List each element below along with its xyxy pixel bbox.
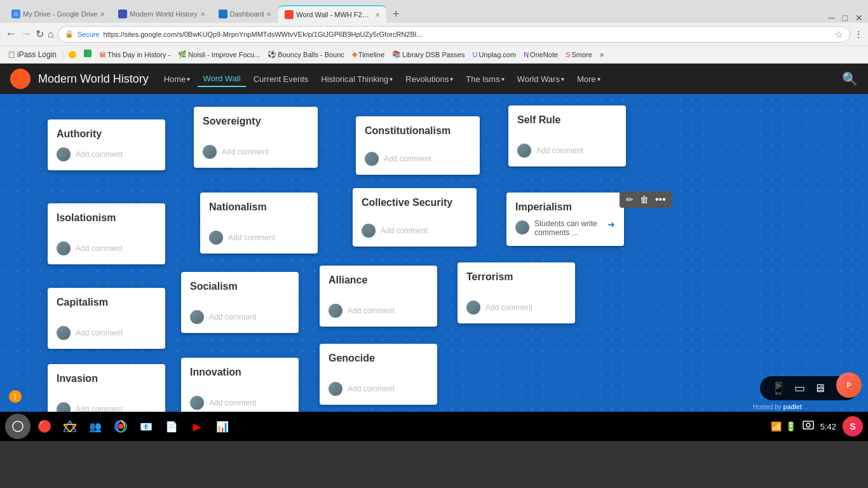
back-button[interactable]: ← xyxy=(5,27,17,41)
collective-security-add-comment[interactable]: Add comment xyxy=(381,226,428,235)
isolationism-comment[interactable]: Add comment xyxy=(57,241,156,255)
invasion-add-comment[interactable]: Add comment xyxy=(76,405,123,412)
taskbar-icon-docs[interactable]: 📄 xyxy=(160,415,183,438)
sovereignty-card[interactable]: Sovereignty Add comment xyxy=(194,107,318,168)
taskbar-icon-sheets[interactable]: 📊 xyxy=(211,415,234,438)
alliance-add-comment[interactable]: Add comment xyxy=(348,306,395,315)
forward-button[interactable]: → xyxy=(20,27,32,41)
user-avatar-taskbar[interactable]: S xyxy=(843,416,863,437)
tab-2-close[interactable]: ✕ xyxy=(200,11,205,18)
innovation-comment[interactable]: Add comment xyxy=(190,396,290,410)
authority-card[interactable]: Authority Add comment xyxy=(48,119,165,170)
tab-4-active[interactable]: Word Wall - MWH F2017 ✕ xyxy=(278,5,386,23)
constitutionalism-add-comment[interactable]: Add comment xyxy=(384,154,431,163)
nav-more[interactable]: More ▾ xyxy=(572,72,606,86)
genocide-comment[interactable]: Add comment xyxy=(329,382,428,396)
collective-security-comment[interactable]: Add comment xyxy=(362,224,468,238)
nav-world-wars[interactable]: World Wars ▾ xyxy=(512,72,569,86)
isolationism-add-comment[interactable]: Add comment xyxy=(76,244,123,253)
nationalism-card[interactable]: Nationalism Add comment xyxy=(200,193,318,254)
edit-more-icon[interactable]: ••• xyxy=(655,194,666,205)
authority-comment[interactable]: Add comment xyxy=(57,147,156,161)
wifi-icon[interactable]: 📶 xyxy=(771,421,782,431)
imperialism-comment-row[interactable]: Students can write comments ... ➜ xyxy=(515,219,615,237)
bookmark-library[interactable]: 📚 Library DSB Passes xyxy=(390,49,467,60)
taskbar-icon-drive[interactable] xyxy=(58,415,81,438)
innovation-card[interactable]: Innovation Add comment xyxy=(181,358,299,412)
collective-security-card[interactable]: Collective Security Add comment xyxy=(353,188,477,247)
bookmark-day-history[interactable]: 🏛 This Day in History - xyxy=(97,50,173,60)
tab-1-close[interactable]: ✕ xyxy=(100,11,105,18)
maximize-button[interactable]: □ xyxy=(843,13,848,23)
capitalism-card[interactable]: Capitalism Add comment xyxy=(48,288,165,349)
nav-search-icon[interactable]: 🔍 xyxy=(842,71,858,86)
capitalism-add-comment[interactable]: Add comment xyxy=(76,329,123,337)
bookmark-google-drive[interactable] xyxy=(66,50,79,60)
taskbar-icon-youtube[interactable]: ▶ xyxy=(186,415,208,438)
bookmark-unplag[interactable]: U Unplag.com xyxy=(470,50,519,60)
socialism-comment[interactable]: Add comment xyxy=(190,310,290,324)
desktop-device-icon[interactable]: 🖥 xyxy=(814,382,825,395)
nav-revolutions[interactable]: Revolutions ▾ xyxy=(400,72,458,86)
self-rule-card[interactable]: Self Rule Add comment xyxy=(508,105,626,166)
start-button[interactable] xyxy=(5,414,31,439)
new-tab-button[interactable]: + xyxy=(387,5,405,23)
taskbar-icon-ham[interactable]: 🔴 xyxy=(33,415,56,438)
nationalism-comment[interactable]: Add comment xyxy=(209,231,309,245)
constitutionalism-card[interactable]: Constitutionalism Add comment xyxy=(356,116,480,175)
socialism-card[interactable]: Socialism Add comment xyxy=(181,272,299,333)
nav-home[interactable]: Home ▾ xyxy=(159,72,196,86)
extensions-icon[interactable]: ⋮ xyxy=(854,29,863,39)
reload-button[interactable]: ↻ xyxy=(36,28,44,40)
innovation-add-comment[interactable]: Add comment xyxy=(209,398,256,407)
battery-icon[interactable]: 🔋 xyxy=(785,421,796,431)
imperialism-submit-icon[interactable]: ➜ xyxy=(607,219,615,229)
edit-pencil-icon[interactable]: ✏ xyxy=(626,194,634,205)
screenshot-icon[interactable] xyxy=(803,419,814,433)
sovereignty-comment[interactable]: Add comment xyxy=(203,145,309,159)
info-badge[interactable]: ! xyxy=(9,390,22,403)
terrorism-add-comment[interactable]: Add comment xyxy=(485,303,532,312)
alliance-comment[interactable]: Add comment xyxy=(329,304,428,318)
bookmark-noisli[interactable]: 🌿 Noisli - Improve Focu... xyxy=(175,49,262,60)
genocide-card[interactable]: Genocide Add comment xyxy=(320,344,437,405)
imperialism-card[interactable]: Imperialism Students can write comments … xyxy=(506,193,624,246)
alliance-card[interactable]: Alliance Add comment xyxy=(320,266,437,327)
bookmark-onenote[interactable]: N OneNote xyxy=(521,50,560,60)
tab-3-close[interactable]: ✕ xyxy=(266,11,271,18)
self-rule-add-comment[interactable]: Add comment xyxy=(536,146,583,155)
genocide-add-comment[interactable]: Add comment xyxy=(348,384,395,393)
close-window-button[interactable]: ✕ xyxy=(855,13,863,23)
home-button[interactable]: ⌂ xyxy=(48,29,54,40)
bookmark-ipass[interactable]: 📋 iPass Login xyxy=(5,49,59,60)
bookmark-bouncy[interactable]: ⚽ Bouncy Balls - Bounc xyxy=(265,49,347,60)
bookmarks-more[interactable]: » xyxy=(597,49,607,60)
invasion-card[interactable]: Invasion Add comment xyxy=(48,364,165,412)
authority-add-comment[interactable]: Add comment xyxy=(76,150,123,159)
terrorism-comment[interactable]: Add comment xyxy=(466,301,566,315)
nav-current-events[interactable]: Current Events xyxy=(248,72,314,86)
socialism-add-comment[interactable]: Add comment xyxy=(209,313,256,322)
bookmark-timeline[interactable]: ◆ Timeline xyxy=(349,49,387,60)
imperialism-comment-text[interactable]: Students can write comments ... xyxy=(534,219,602,237)
edit-delete-icon[interactable]: 🗑 xyxy=(640,194,649,205)
constitutionalism-comment[interactable]: Add comment xyxy=(365,152,471,166)
terrorism-card[interactable]: Terrorism Add comment xyxy=(458,262,575,323)
minimize-button[interactable]: ─ xyxy=(829,13,835,23)
taskbar-icon-classroom[interactable]: 👥 xyxy=(84,415,107,438)
capitalism-comment[interactable]: Add comment xyxy=(57,326,156,340)
self-rule-comment[interactable]: Add comment xyxy=(517,144,617,158)
nav-historical-thinking[interactable]: Historical Thinking ▾ xyxy=(316,72,398,86)
sovereignty-add-comment[interactable]: Add comment xyxy=(222,147,269,156)
tab-1[interactable]: G My Drive - Google Drive ✕ xyxy=(5,5,111,23)
imperialism-edit-toolbar[interactable]: ✏ 🗑 ••• xyxy=(620,191,672,208)
bookmark-smore[interactable]: S Smore xyxy=(563,50,595,60)
isolationism-card[interactable]: Isolationism Add comment xyxy=(48,203,165,264)
tab-2[interactable]: Modern World History ✕ xyxy=(112,5,211,23)
mobile-device-icon[interactable]: 📱 xyxy=(771,381,785,395)
nav-isms[interactable]: The Isms ▾ xyxy=(461,72,509,86)
invasion-comment[interactable]: Add comment xyxy=(57,402,156,412)
bookmark-google2[interactable] xyxy=(81,48,94,60)
nav-word-wall[interactable]: Word Wall xyxy=(198,71,245,87)
tablet-device-icon[interactable]: ▭ xyxy=(794,381,805,395)
